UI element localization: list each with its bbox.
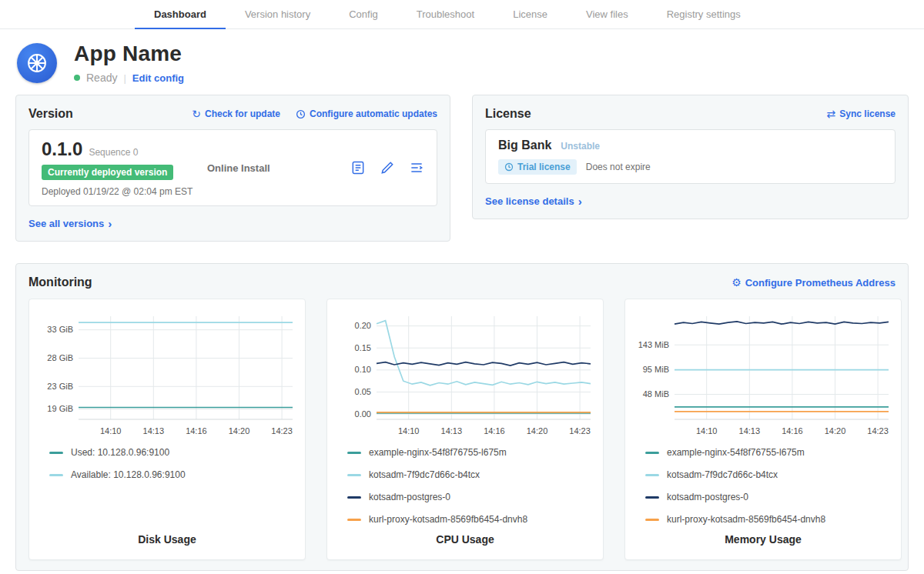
legend-label: kotsadm-7f9dc7d66c-b4tcx (369, 469, 480, 480)
app-header: App Name Ready | Edit config (0, 29, 924, 95)
tab-license[interactable]: License (494, 0, 567, 29)
svg-text:14:13: 14:13 (739, 426, 761, 436)
svg-text:14:20: 14:20 (527, 426, 548, 436)
svg-text:23 GiB: 23 GiB (47, 382, 73, 391)
svg-text:0.15: 0.15 (355, 343, 371, 352)
legend-label: kurl-proxy-kotsadm-8569fb6454-dnvh8 (369, 514, 527, 525)
tab-config[interactable]: Config (330, 0, 397, 29)
tab-version-history[interactable]: Version history (226, 0, 330, 29)
legend-item: Used: 10.128.0.96:9100 (49, 447, 296, 458)
top-nav: Dashboard Version history Config Trouble… (0, 0, 924, 29)
sync-license-link[interactable]: ⇄ Sync license (827, 108, 896, 119)
svg-text:14:10: 14:10 (696, 426, 718, 436)
charts-row: 19 GiB23 GiB28 GiB33 GiB14:1014:1314:161… (28, 299, 896, 560)
version-sequence: Sequence 0 (89, 147, 138, 158)
deployed-timestamp: Deployed 01/19/22 @ 02:04 pm EST (42, 186, 207, 197)
chart-title: CPU Usage (336, 533, 594, 550)
svg-text:0.00: 0.00 (355, 409, 371, 419)
legend-item: kotsadm-postgres-0 (645, 492, 892, 502)
configure-automatic-updates-label: Configure automatic updates (310, 108, 437, 119)
svg-text:95 MiB: 95 MiB (643, 365, 669, 374)
install-type-label: Online Install (207, 162, 350, 174)
svg-text:14:16: 14:16 (782, 426, 803, 436)
legend-swatch (645, 496, 659, 499)
legend-swatch (645, 452, 659, 454)
status-row: Ready | Edit config (74, 72, 184, 84)
svg-text:14:20: 14:20 (229, 426, 250, 436)
memory-usage-card: 48 MiB95 MiB143 MiB14:1014:1314:1614:201… (624, 299, 902, 560)
sync-icon: ⇄ (827, 108, 836, 119)
refresh-icon: ↻ (192, 108, 201, 119)
legend-item: kotsadm-7f9dc7d66c-b4tcx (645, 469, 892, 480)
svg-text:143 MiB: 143 MiB (638, 340, 669, 349)
tab-view-files[interactable]: View files (567, 0, 648, 29)
legend-label: example-nginx-54f8f76755-l675m (667, 447, 805, 458)
legend-label: kotsadm-postgres-0 (369, 492, 450, 502)
legend-item: kotsadm-postgres-0 (347, 492, 594, 502)
app-logo (17, 43, 57, 83)
deploy-logs-icon[interactable] (409, 160, 424, 175)
legend-swatch (49, 474, 63, 476)
chart-legend: example-nginx-54f8f76755-l675mkotsadm-7f… (634, 447, 892, 525)
svg-text:14:10: 14:10 (398, 426, 420, 436)
legend-swatch (347, 474, 361, 476)
check-for-update-link[interactable]: ↻ Check for update (192, 108, 280, 119)
svg-text:14:10: 14:10 (100, 426, 122, 436)
legend-swatch (347, 496, 361, 499)
see-all-versions-link[interactable]: See all versions › (28, 218, 112, 229)
disk-usage-card: 19 GiB23 GiB28 GiB33 GiB14:1014:1314:161… (28, 299, 306, 560)
tab-dashboard[interactable]: Dashboard (135, 0, 226, 29)
monitoring-card: Monitoring ⚙ Configure Prometheus Addres… (15, 263, 909, 571)
chart-title: Disk Usage (38, 533, 296, 550)
cpu-usage-chart: 0.000.050.100.150.2014:1014:1314:1614:20… (336, 309, 595, 439)
legend-label: kotsadm-7f9dc7d66c-b4tcx (667, 469, 778, 480)
license-account-name: Big Bank (498, 138, 551, 152)
svg-text:14:23: 14:23 (271, 426, 293, 436)
svg-text:33 GiB: 33 GiB (47, 325, 73, 334)
chevron-right-icon: › (108, 218, 112, 229)
check-for-update-label: Check for update (205, 108, 280, 119)
preflight-checks-icon[interactable] (380, 160, 395, 175)
page-title: App Name (74, 42, 184, 66)
status-dot (74, 75, 80, 81)
svg-text:19 GiB: 19 GiB (47, 404, 73, 413)
license-expiration: Does not expire (586, 162, 651, 172)
svg-text:0.10: 0.10 (355, 365, 371, 374)
svg-text:14:23: 14:23 (569, 426, 591, 436)
svg-text:14:13: 14:13 (441, 426, 463, 436)
legend-swatch (347, 452, 361, 454)
kubernetes-icon (25, 51, 49, 75)
see-all-versions-label: See all versions (28, 218, 104, 229)
configure-prometheus-link[interactable]: ⚙ Configure Prometheus Address (732, 277, 896, 289)
legend-label: Used: 10.128.0.96:9100 (71, 447, 169, 458)
current-version-box: 0.1.0 Sequence 0 Currently deployed vers… (28, 129, 437, 206)
legend-label: kurl-proxy-kotsadm-8569fb6454-dnvh8 (667, 514, 825, 525)
legend-label: kotsadm-postgres-0 (667, 492, 748, 502)
tab-registry-settings[interactable]: Registry settings (648, 0, 760, 29)
disk-usage-chart: 19 GiB23 GiB28 GiB33 GiB14:1014:1314:161… (38, 309, 297, 439)
edit-config-link[interactable]: Edit config (132, 72, 184, 84)
monitoring-header: Monitoring ⚙ Configure Prometheus Addres… (28, 275, 896, 289)
current-version-info: 0.1.0 Sequence 0 Currently deployed vers… (42, 138, 207, 197)
legend-item: Available: 10.128.0.96:9100 (49, 469, 296, 480)
svg-text:0.05: 0.05 (355, 387, 371, 396)
trial-license-badge: Trial license (498, 159, 577, 175)
chart-legend: Used: 10.128.0.96:9100Available: 10.128.… (38, 447, 296, 480)
release-notes-icon[interactable] (350, 160, 366, 175)
configure-automatic-updates-link[interactable]: Configure automatic updates (296, 108, 437, 119)
see-license-details-link[interactable]: See license details › (485, 195, 582, 207)
svg-text:48 MiB: 48 MiB (643, 389, 669, 399)
tab-troubleshoot[interactable]: Troubleshoot (397, 0, 494, 29)
status-text: Ready (86, 72, 117, 84)
chevron-right-icon: › (578, 195, 582, 207)
cpu-usage-card: 0.000.050.100.150.2014:1014:1314:1614:20… (326, 299, 604, 560)
divider: | (123, 72, 126, 84)
see-license-details-label: See license details (485, 195, 574, 207)
memory-usage-chart: 48 MiB95 MiB143 MiB14:1014:1314:1614:201… (634, 309, 893, 439)
app-header-text: App Name Ready | Edit config (74, 42, 184, 84)
svg-text:14:23: 14:23 (867, 426, 889, 436)
legend-label: example-nginx-54f8f76755-l675m (369, 447, 507, 458)
license-channel: Unstable (561, 141, 600, 152)
svg-text:28 GiB: 28 GiB (47, 353, 73, 362)
legend-label: Available: 10.128.0.96:9100 (71, 469, 186, 480)
